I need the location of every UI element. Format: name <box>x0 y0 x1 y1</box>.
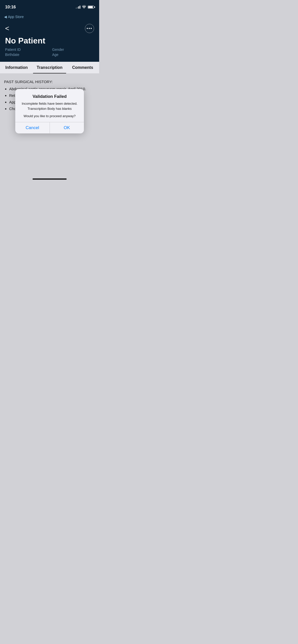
modal-question: Would you like to proceed anyway? <box>19 114 80 118</box>
app-store-label: App Store <box>8 15 24 19</box>
modal-message: Incomplete fields have been detected. Tr… <box>19 101 80 111</box>
patient-id-label: Patient ID <box>5 48 47 52</box>
status-time: 10:16 <box>5 5 16 10</box>
back-arrow-icon: < <box>5 24 9 32</box>
tab-information[interactable]: Information <box>0 62 33 73</box>
patient-header: < ••• No Patient Patient ID Gender Birth… <box>0 22 99 62</box>
home-indicator <box>0 175 99 182</box>
modal-body: Validation Failed Incomplete fields have… <box>15 89 84 122</box>
header-nav: < ••• <box>5 24 94 33</box>
modal-title: Validation Failed <box>19 94 80 99</box>
status-bar: 10:16 <box>0 0 99 13</box>
back-chevron-icon: ◀ <box>4 15 7 19</box>
modal-overlay: Validation Failed Incomplete fields have… <box>0 74 99 175</box>
gender-label: Gender <box>52 48 94 52</box>
ok-button[interactable]: OK <box>50 122 84 133</box>
tab-bar: Information Transcription Comments <box>0 62 99 74</box>
cancel-button[interactable]: Cancel <box>15 122 50 133</box>
app-store-back-button[interactable]: ◀ App Store <box>4 15 24 19</box>
more-dots-icon: ••• <box>87 26 93 30</box>
patient-name: No Patient <box>5 36 94 45</box>
content-area: PAST SURGICAL HISTORY: Abdominal aortic … <box>0 74 99 175</box>
patient-meta: Patient ID Gender Birthdate Age <box>5 48 94 57</box>
tab-transcription[interactable]: Transcription <box>33 62 66 73</box>
battery-icon <box>88 6 94 9</box>
status-icons <box>76 5 94 9</box>
more-options-button[interactable]: ••• <box>85 24 94 33</box>
birthdate-label: Birthdate <box>5 53 47 57</box>
app-store-nav: ◀ App Store <box>0 13 99 22</box>
tab-comments[interactable]: Comments <box>66 62 99 73</box>
home-bar <box>33 178 67 180</box>
modal-buttons: Cancel OK <box>15 122 84 133</box>
age-label: Age <box>52 53 94 57</box>
wifi-icon <box>82 5 86 9</box>
signal-icon <box>76 6 80 9</box>
modal-message-line2: Transcription Body has blanks <box>27 107 72 111</box>
back-button[interactable]: < <box>5 25 9 32</box>
validation-failed-modal: Validation Failed Incomplete fields have… <box>15 89 84 133</box>
modal-message-line1: Incomplete fields have been detected. <box>22 102 78 105</box>
